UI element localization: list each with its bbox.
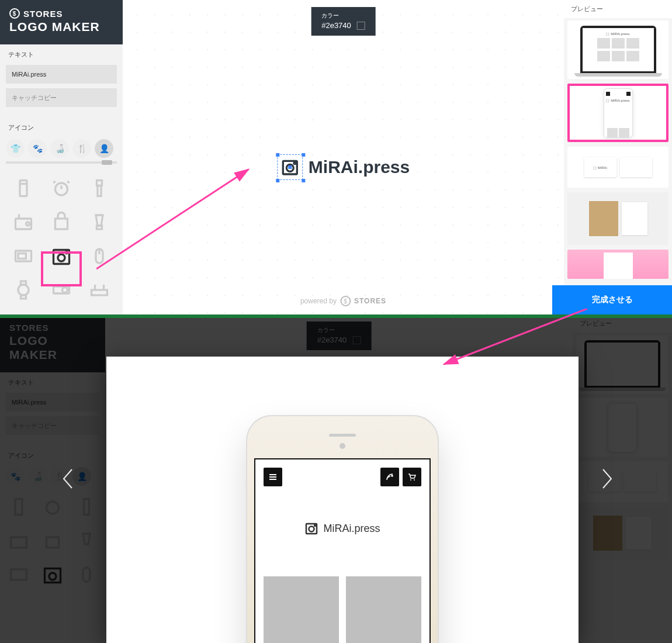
color-hex: #2e3740 bbox=[321, 21, 351, 30]
brand-header: $STORES LOGO MAKER bbox=[0, 0, 123, 44]
stores-logo-icon: $ bbox=[9, 8, 20, 19]
logo-text-input[interactable] bbox=[6, 65, 117, 84]
icon-tab-paw[interactable]: 🐾 bbox=[28, 139, 47, 158]
icon-option-flask[interactable] bbox=[8, 178, 38, 199]
logo-on-canvas[interactable]: MiRAi.press bbox=[277, 154, 410, 180]
svg-rect-37 bbox=[11, 569, 27, 580]
icon-option-microwave[interactable] bbox=[8, 246, 38, 267]
svg-rect-25 bbox=[92, 290, 108, 295]
svg-point-39 bbox=[49, 573, 56, 580]
svg-point-24 bbox=[62, 288, 67, 293]
svg-point-42 bbox=[414, 479, 415, 480]
icon-option-alarm[interactable] bbox=[46, 178, 76, 199]
icon-option-router[interactable] bbox=[85, 279, 115, 300]
preview-bag[interactable] bbox=[567, 250, 668, 279]
svg-rect-12 bbox=[97, 226, 102, 229]
cart-icon bbox=[407, 472, 417, 482]
divider-bar bbox=[0, 314, 672, 318]
svg-point-44 bbox=[309, 527, 314, 532]
svg-rect-34 bbox=[84, 499, 89, 515]
svg-point-29 bbox=[286, 164, 293, 171]
icon-tab-bottle[interactable]: 🍶 bbox=[50, 139, 69, 158]
svg-line-5 bbox=[67, 181, 69, 183]
svg-rect-11 bbox=[55, 219, 67, 229]
svg-rect-14 bbox=[18, 254, 26, 259]
phone-mockup: MiRAi.press bbox=[246, 415, 439, 643]
cart-button[interactable] bbox=[403, 468, 421, 486]
svg-line-4 bbox=[53, 181, 55, 183]
preview-modal: MiRAi.press bbox=[106, 357, 579, 643]
modal-next-arrow[interactable] bbox=[596, 467, 619, 490]
svg-rect-22 bbox=[20, 295, 26, 299]
phone-logo-text: MiRAi.press bbox=[323, 523, 380, 535]
svg-point-45 bbox=[314, 525, 316, 526]
color-chip[interactable]: カラー #2e3740 bbox=[311, 7, 376, 36]
editor-top: $STORES LOGO MAKER テキスト アイコン 👕 🐾 🍶 🍴 👤 bbox=[0, 0, 672, 314]
highlight-selected-icon bbox=[41, 251, 82, 286]
modal-prev-arrow[interactable] bbox=[56, 467, 79, 490]
preview-panel: プレビュー ▢ MiRAi.press ▢ MiRAi.press ▢ MiRA… bbox=[564, 0, 672, 314]
phone-content-blocks bbox=[264, 576, 421, 643]
icon-tab-hanger[interactable]: 👕 bbox=[6, 139, 25, 158]
svg-point-41 bbox=[410, 479, 411, 480]
powered-by: powered by $ STORES bbox=[300, 296, 386, 306]
phone-logo: MiRAi.press bbox=[264, 521, 421, 535]
chevron-right-icon bbox=[601, 467, 615, 490]
text-section-label: テキスト bbox=[0, 44, 123, 63]
camera-icon bbox=[280, 158, 299, 177]
icon-grid bbox=[0, 164, 123, 314]
svg-rect-7 bbox=[98, 186, 101, 196]
icon-tab-scrollbar[interactable] bbox=[6, 161, 117, 164]
svg-point-33 bbox=[47, 502, 59, 514]
icon-section-label: アイコン bbox=[0, 117, 123, 136]
icon-option-flashlight[interactable] bbox=[85, 178, 115, 199]
finish-button[interactable]: 完成させる bbox=[552, 285, 672, 314]
chevron-left-icon bbox=[60, 467, 74, 490]
preview-laptop[interactable]: ▢ MiRAi.press bbox=[567, 20, 668, 79]
icon-tab-cutlery[interactable]: 🍴 bbox=[72, 139, 91, 158]
preview-business-card[interactable]: ▢ MiRAi bbox=[567, 147, 668, 188]
svg-rect-40 bbox=[83, 568, 90, 582]
color-swatch bbox=[357, 22, 365, 30]
preview-label: プレビュー bbox=[564, 0, 672, 18]
canvas[interactable]: カラー #2e3740 MiRAi.press powered by $ STO… bbox=[123, 0, 564, 314]
icon-option-radio[interactable] bbox=[8, 212, 38, 233]
phone-screen: MiRAi.press bbox=[254, 458, 431, 643]
color-label: カラー bbox=[321, 12, 365, 20]
icon-option-blender[interactable] bbox=[85, 212, 115, 233]
camera-icon bbox=[304, 521, 318, 535]
icon-category-tabs: 👕 🐾 🍶 🍴 👤 bbox=[0, 136, 123, 158]
stores-logo-icon: $ bbox=[340, 296, 351, 306]
preview-list: ▢ MiRAi.press ▢ MiRAi.press ▢ MiRAi bbox=[564, 18, 672, 314]
hamburger-icon bbox=[268, 472, 278, 482]
product-name: LOGO MAKER bbox=[9, 20, 113, 34]
logo-icon-selection[interactable] bbox=[277, 154, 303, 180]
svg-point-20 bbox=[18, 285, 29, 295]
svg-point-10 bbox=[26, 222, 29, 226]
rss-plus-icon bbox=[385, 472, 394, 482]
svg-rect-36 bbox=[47, 537, 59, 548]
menu-button[interactable] bbox=[264, 468, 282, 486]
brand-name: STORES bbox=[23, 9, 63, 19]
powered-prefix: powered by bbox=[300, 297, 337, 305]
preview-phone[interactable]: ▢ MiRAi.press bbox=[567, 84, 668, 142]
svg-rect-0 bbox=[20, 181, 27, 196]
svg-point-30 bbox=[293, 163, 295, 164]
catch-copy-input[interactable] bbox=[6, 88, 117, 107]
icon-option-bag[interactable] bbox=[46, 212, 76, 233]
powered-brand: STORES bbox=[354, 297, 386, 305]
icon-option-mouse[interactable] bbox=[85, 246, 115, 267]
phone-topbar bbox=[264, 468, 421, 486]
feed-button[interactable] bbox=[380, 468, 399, 486]
svg-rect-35 bbox=[11, 537, 27, 548]
icon-tab-person[interactable]: 👤 bbox=[95, 139, 113, 158]
logo-text: MiRAi.press bbox=[309, 157, 410, 177]
svg-rect-21 bbox=[20, 281, 26, 285]
svg-rect-32 bbox=[15, 499, 22, 515]
icon-option-watch[interactable] bbox=[8, 279, 38, 300]
preview-tags[interactable] bbox=[567, 192, 668, 245]
modal-view: STORESLOGO MAKER テキスト アイコン 🐾🍶🍴👤 bbox=[0, 314, 672, 643]
